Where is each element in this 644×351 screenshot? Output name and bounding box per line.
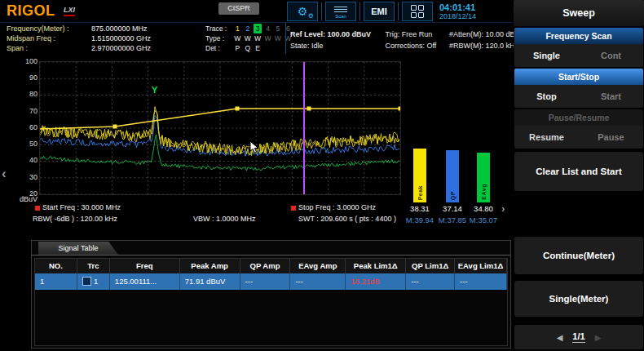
- divider: [321, 2, 322, 20]
- qp-bar-label: QP: [450, 191, 456, 200]
- section-pause-resume: Pause/Resume: [514, 109, 643, 126]
- emi-analyzer-screen: RIGOL LXI CISPR ⚙ ⚙ Scan EMI 04:01:41: [0, 0, 644, 351]
- cell-freq: 125.00111...: [110, 273, 180, 290]
- rigol-logo: RIGOL: [7, 2, 55, 20]
- det-label: Det :: [205, 43, 232, 53]
- lxi-logo: LXI: [64, 6, 75, 16]
- checkbox-icon[interactable]: [82, 277, 91, 286]
- stop-freq: Stop Freq : 3.0000 GHz: [298, 203, 376, 211]
- corrections-status: Corrections: Off: [386, 40, 448, 51]
- col-qp-lim: QP Lim1Δ: [406, 259, 455, 273]
- stop-freq-dot: [291, 206, 296, 211]
- vbw-info: VBW : 1.0000 MHz: [193, 215, 256, 223]
- trace-type: W: [254, 33, 262, 43]
- page-next-icon[interactable]: ▶: [595, 333, 602, 342]
- eavg-bar-label: EAvg: [481, 184, 487, 200]
- cell-peak-amp: 71.91 dBuV: [180, 273, 240, 290]
- state-status: State: Idle: [290, 40, 383, 51]
- type-label: Type :: [205, 33, 232, 43]
- table-row[interactable]: 1 1 125.00111... 71.91 dBuV --- --- 16.2…: [35, 273, 507, 290]
- cell-eavg-lim: ---: [455, 273, 507, 290]
- meter-bars: Peak QP EAvg: [404, 61, 508, 202]
- trace-type: W: [244, 33, 252, 43]
- scan-button[interactable]: Scan: [325, 2, 356, 21]
- trace-2[interactable]: 2: [244, 24, 252, 33]
- rbw-info: RBW( -6dB ) : 120.00 kHz: [33, 215, 117, 223]
- grid-icon: [411, 5, 424, 18]
- trace-det: E: [254, 43, 262, 53]
- y-tick: 70: [20, 107, 37, 115]
- span-value: 2.970000000 GHz: [91, 44, 151, 52]
- y-tick: 90: [20, 73, 37, 82]
- eavg-meter-max: M:35.07: [465, 215, 501, 224]
- emi-mode-button[interactable]: EMI: [364, 2, 395, 21]
- col-eavg-amp: EAvg Amp: [290, 259, 346, 273]
- col-peak-amp: Peak Amp: [180, 259, 240, 273]
- col-peak-lim: Peak Lim1Δ: [346, 259, 406, 273]
- y-tick: 100: [20, 57, 37, 65]
- resume-button[interactable]: Resume: [514, 126, 579, 149]
- eavg-meter-bar: EAvg: [477, 153, 490, 202]
- cont-button[interactable]: Cont: [579, 44, 643, 67]
- trace-det: Q: [244, 43, 252, 53]
- clock: 04:01:41 2018/12/14: [439, 2, 476, 21]
- peak-meter-value: 38.31: [402, 204, 438, 213]
- signal-table-panel: Signal Table NO. Trc Freq Peak Amp QP Am…: [31, 240, 511, 349]
- rbw-status: #RBW(M): 120.0 kHz: [449, 42, 518, 50]
- clear-list-and-start-button[interactable]: Clear List and Start: [514, 152, 643, 191]
- swt-info: SWT : 209.600 s ( pts : 4400 ): [298, 215, 396, 223]
- signal-table-tab[interactable]: Signal Table: [38, 242, 118, 255]
- collapse-right-chevron[interactable]: ›: [501, 202, 505, 215]
- trace-1[interactable]: 1: [233, 24, 241, 33]
- trigger-status: Trig: Free Run: [386, 29, 448, 40]
- single-meter-button[interactable]: Single(Meter): [514, 281, 643, 317]
- cell-qp-lim: ---: [406, 273, 455, 290]
- scan-label: Scan: [335, 14, 346, 19]
- divider: [398, 2, 399, 20]
- col-eavg-lim: EAvg Lim1Δ: [455, 259, 507, 273]
- date-text: 2018/12/14: [439, 12, 476, 20]
- trace-5[interactable]: 5: [274, 24, 282, 33]
- pause-button[interactable]: Pause: [579, 126, 643, 149]
- page-indicator: 1/1: [572, 331, 584, 343]
- pause-resume-toggle: Resume Pause: [514, 126, 643, 149]
- system-settings-button[interactable]: ⚙ ⚙: [287, 2, 318, 21]
- table-empty-area: [35, 290, 507, 345]
- frequency-scan-toggle: Single Cont: [514, 44, 643, 67]
- start-stop-toggle: Stop Start: [514, 85, 643, 108]
- trace-3-selected[interactable]: 3: [254, 24, 262, 33]
- span-label: Span :: [7, 43, 91, 53]
- col-trc: Trc: [77, 259, 110, 273]
- atten-status: #Atten(M): 10.00 dB: [449, 30, 515, 38]
- stop-button[interactable]: Stop: [514, 85, 579, 108]
- topbar-icons: ⚙ ⚙ Scan EMI 04:01:41 2018/12/14: [287, 1, 476, 22]
- cell-qp-amp: ---: [240, 273, 291, 290]
- page-nav: ◀ 1/1 ▶: [514, 325, 643, 349]
- divider: [285, 23, 286, 54]
- frequency-meter-value: 875.000000 MHz: [91, 24, 148, 33]
- trace-4[interactable]: 4: [264, 24, 272, 33]
- continue-meter-button[interactable]: Continue(Meter): [514, 237, 643, 274]
- mouse-cursor-icon: [249, 140, 261, 155]
- section-frequency-scan: Frequency Scan: [514, 28, 643, 44]
- collapse-left-chevron[interactable]: ‹: [2, 166, 7, 182]
- start-button[interactable]: Start: [579, 85, 643, 108]
- cell-no: 1: [35, 273, 77, 290]
- y-tick: 50: [20, 140, 37, 148]
- cell-trc: 1: [77, 273, 110, 290]
- signal-table-tabstrip: Signal Table: [32, 241, 510, 255]
- cispr-badge: CISPR: [218, 2, 259, 15]
- y-tick: 80: [20, 90, 37, 98]
- qp-meter-bar: QP: [446, 150, 459, 202]
- y-axis-unit: dBuV: [18, 195, 37, 203]
- start-freq-dot: [35, 206, 40, 211]
- single-button[interactable]: Single: [514, 44, 579, 67]
- trace-legend: Trace : 1 2 3 4 5 6 Type : W W W W W W D…: [205, 24, 292, 53]
- meter-info: Frequency(Meter) :875.000000 MHz Midspan…: [7, 24, 151, 53]
- peak-meter-bar: Peak: [413, 149, 426, 202]
- col-no: NO.: [35, 259, 77, 273]
- col-freq: Freq: [110, 259, 180, 273]
- display-layout-button[interactable]: [402, 2, 433, 21]
- top-bar: RIGOL LXI CISPR ⚙ ⚙ Scan EMI 04:01:41: [0, 0, 512, 23]
- page-prev-icon[interactable]: ◀: [557, 333, 563, 342]
